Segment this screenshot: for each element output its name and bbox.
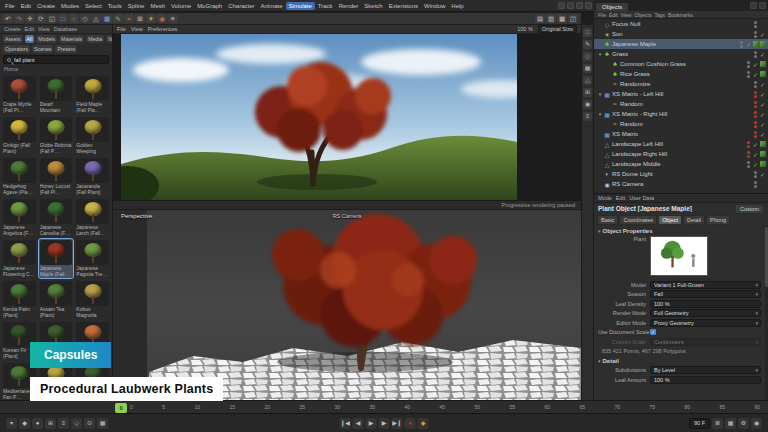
render-visibility-dot[interactable] [754, 55, 757, 58]
transport-option-icon[interactable]: ⚙ [738, 418, 749, 429]
field-control[interactable]: Variant 1 Full-Grown [650, 281, 761, 289]
enable-checkmark-icon[interactable]: ✓ [759, 181, 766, 188]
object-tree-row[interactable]: ≈ Randomize ✓ [594, 79, 768, 89]
asset-plant-cell[interactable]: Golden Weeping Will… [75, 116, 110, 155]
animation-tool-icon[interactable]: ⊞ [45, 418, 56, 429]
toolbar-icon[interactable]: ⊞ [135, 14, 145, 23]
layout-icon[interactable] [558, 2, 565, 9]
menubar-item[interactable]: Render [336, 2, 362, 10]
object-tree-row[interactable]: ▾ ♣ Grass ✓ [594, 49, 768, 59]
layout-icon[interactable] [585, 2, 592, 9]
toolbar-icon[interactable]: ↶ [3, 14, 13, 23]
asset-plant-cell[interactable]: Japanese Maple (Fall… [39, 239, 74, 278]
material-swatch[interactable] [753, 41, 759, 47]
attributes-menu-item[interactable]: Edit [616, 195, 625, 201]
render-visibility-dot[interactable] [754, 35, 757, 38]
transport-option-icon[interactable]: ▦ [725, 418, 736, 429]
asset-filter-chip[interactable]: Scenes [32, 45, 53, 53]
toolbar-icon[interactable]: ◫ [568, 14, 578, 23]
attribute-tab[interactable]: Phong [706, 215, 730, 225]
custom-button[interactable]: Custom [735, 204, 764, 214]
material-swatch[interactable] [760, 161, 766, 167]
toolbar-icon[interactable]: □ [58, 14, 68, 23]
editor-visibility-dot[interactable] [747, 151, 750, 154]
render-visibility-dot[interactable] [754, 25, 757, 28]
render-visibility-dot[interactable] [747, 65, 750, 68]
editor-visibility-dot[interactable] [754, 51, 757, 54]
render-visibility-dot[interactable] [754, 125, 757, 128]
toolbar-icon[interactable]: ≈ [124, 14, 134, 23]
enable-checkmark-icon[interactable]: ✓ [759, 101, 766, 108]
render-visibility-dot[interactable] [754, 105, 757, 108]
asset-filter-chip[interactable]: Models [36, 35, 57, 43]
asset-plant-cell[interactable]: Honey Locust (Fall Pl… [39, 157, 74, 196]
viewport-divider-bar[interactable]: Progressive rendering paused [113, 200, 581, 210]
render-visibility-dot[interactable] [754, 95, 757, 98]
toolbar-icon[interactable]: △ [91, 14, 101, 23]
enable-checkmark-icon[interactable]: ✓ [759, 91, 766, 98]
toolbar-icon[interactable]: ◉ [157, 14, 167, 23]
asset-menu-item[interactable]: Database [54, 26, 78, 32]
viewport-label[interactable]: Perspective [121, 213, 152, 219]
asset-plant-cell[interactable]: Field Maple (Fall Pla… [75, 75, 110, 114]
record-button[interactable]: ● [405, 418, 416, 429]
object-tree-row[interactable]: △ Landscape Left Hill ✓ [594, 139, 768, 149]
object-tree-row[interactable]: ♣ Japanese Maple ✓ [594, 39, 768, 49]
menubar-item[interactable]: Window [421, 2, 448, 10]
section-collapse-icon[interactable]: ▾ [598, 228, 601, 234]
editor-visibility-dot[interactable] [747, 161, 750, 164]
render-visibility-dot[interactable] [747, 145, 750, 148]
visibility-dots[interactable] [740, 41, 743, 48]
menubar-item[interactable]: Mesh [147, 2, 168, 10]
asset-filter-chip[interactable]: Presets [55, 45, 77, 53]
enable-checkmark-icon[interactable]: ✓ [752, 141, 759, 148]
panel-icon[interactable]: ⊞ [583, 88, 592, 97]
panel-icon[interactable]: ≡ [583, 112, 592, 121]
object-tree-row[interactable]: ◇ Focus Null ✓ [594, 19, 768, 29]
menubar-item[interactable]: MoGraph [194, 2, 225, 10]
menubar-item[interactable]: Spline [125, 2, 148, 10]
renderview-menu-item[interactable]: Preferences [148, 26, 178, 32]
editor-visibility-dot[interactable] [754, 31, 757, 34]
enable-checkmark-icon[interactable]: ✓ [759, 171, 766, 178]
object-tree-row[interactable]: ♣ Rice Grass ✓ [594, 69, 768, 79]
render-visibility-dot[interactable] [754, 185, 757, 188]
toolbar-icon[interactable]: ✛ [25, 14, 35, 23]
asset-menu-item[interactable]: View [38, 26, 50, 32]
timeline-playhead[interactable]: 0 [115, 403, 127, 413]
enable-checkmark-icon[interactable]: ✓ [752, 71, 759, 78]
renderview-size-dropdown[interactable]: Original Size [538, 25, 577, 33]
section-collapse-icon[interactable]: ▾ [598, 358, 601, 364]
transport-option-icon[interactable]: ≣ [712, 418, 723, 429]
enable-checkmark-icon[interactable]: ✓ [752, 161, 759, 168]
asset-filter-chip[interactable]: All [25, 35, 35, 43]
menubar-item[interactable]: Modes [58, 2, 82, 10]
asset-plant-cell[interactable]: Kobus Magnolia (Fall… [75, 280, 110, 319]
editor-visibility-dot[interactable] [754, 171, 757, 174]
menubar-item[interactable]: Tools [105, 2, 125, 10]
toolbar-icon[interactable]: ↷ [14, 14, 24, 23]
editor-visibility-dot[interactable] [754, 121, 757, 124]
menubar-item[interactable]: Edit [18, 2, 34, 10]
enable-checkmark-icon[interactable]: ✓ [759, 21, 766, 28]
toolbar-icon[interactable]: ⟳ [36, 14, 46, 23]
animation-tool-icon[interactable]: ▦ [97, 418, 108, 429]
visibility-dots[interactable] [754, 181, 757, 188]
visibility-dots[interactable] [754, 121, 757, 128]
menubar-item[interactable]: Volume [168, 2, 194, 10]
plant-preview-thumbnail[interactable] [650, 236, 708, 276]
object-tree-row[interactable]: ≈ Random ✓ [594, 99, 768, 109]
layout-icon[interactable] [567, 2, 574, 9]
render-visibility-dot[interactable] [754, 85, 757, 88]
objects-menu-item[interactable]: File [598, 12, 606, 18]
asset-filter-chip[interactable]: Assets [3, 35, 23, 43]
toolbar-icon[interactable]: ▦ [557, 14, 567, 23]
enable-checkmark-icon[interactable]: ✓ [759, 131, 766, 138]
asset-filter-chip[interactable]: Nodes [106, 35, 113, 43]
visibility-dots[interactable] [754, 91, 757, 98]
editor-visibility-dot[interactable] [747, 141, 750, 144]
toolbar-icon[interactable]: ✎ [113, 14, 123, 23]
checkbox[interactable]: ✓ [650, 329, 656, 335]
object-tree-row[interactable]: ▾ ▦ XS Matrix - Left Hill ✓ [594, 89, 768, 99]
visibility-dots[interactable] [754, 81, 757, 88]
